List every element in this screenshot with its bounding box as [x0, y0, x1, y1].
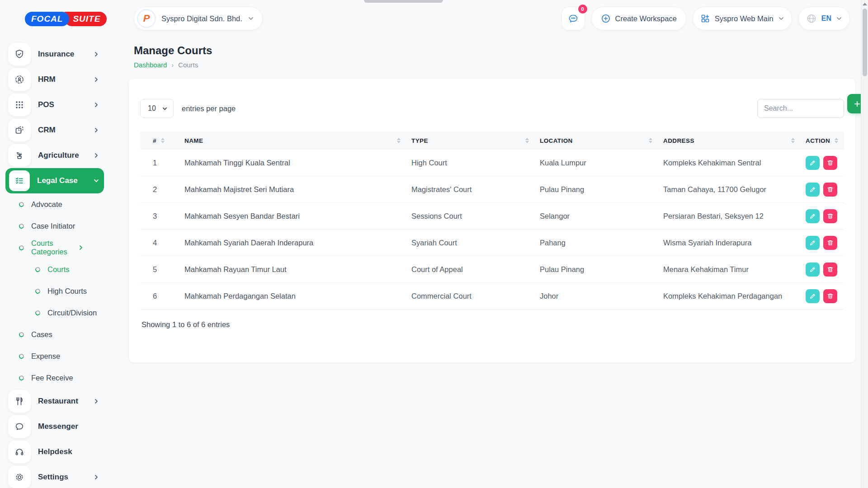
globe-icon — [806, 13, 817, 24]
edit-button[interactable] — [806, 183, 820, 197]
workspace-selector[interactable]: P Syspro Digital Sdn. Bhd. — [134, 7, 263, 30]
grid-plus-icon — [700, 14, 710, 23]
pencil-icon — [809, 293, 816, 300]
cell-location: Johor — [540, 292, 663, 300]
column-header-location[interactable]: LOCATION — [540, 137, 663, 144]
sprout-icon — [8, 144, 31, 167]
column-header-action[interactable]: ACTION — [806, 137, 839, 144]
cell-address: Persiaran Bestari, Seksyen 12 — [663, 212, 806, 221]
sidebar-item-label: Restaurant — [38, 397, 93, 406]
sidebar-item-label: Messenger — [38, 422, 104, 431]
edit-button[interactable] — [806, 156, 820, 170]
delete-button[interactable] — [823, 289, 837, 303]
workspace-name: Syspro Digital Sdn. Bhd. — [161, 14, 242, 23]
delete-button[interactable] — [823, 209, 837, 223]
grid-dots-icon — [8, 94, 31, 116]
sidebar: FOCAL SUITE Insurance HRM POS — [0, 0, 109, 488]
sidebar-item-high-courts[interactable]: High Courts — [5, 280, 104, 302]
pencil-icon — [809, 266, 816, 273]
sidebar-item-hrm[interactable]: HRM — [5, 67, 104, 92]
scrollbar-up-arrow[interactable] — [863, 3, 867, 5]
sidebar-item-label: Legal Case — [37, 176, 93, 185]
cell-type: Court of Appeal — [411, 265, 540, 274]
bullet-icon — [18, 331, 24, 338]
edit-button[interactable] — [806, 289, 820, 303]
page-scrollbar[interactable] — [861, 0, 868, 488]
bullet-icon — [18, 244, 24, 251]
cell-type: High Court — [411, 159, 540, 167]
column-header-name[interactable]: NAME — [184, 137, 411, 144]
chevron-right-icon — [93, 102, 99, 108]
chevron-right-icon — [93, 474, 99, 480]
sidebar-item-advocate[interactable]: Advocate — [5, 193, 104, 215]
sidebar-item-cases[interactable]: Cases — [5, 324, 104, 345]
delete-button[interactable] — [823, 183, 837, 197]
search-input[interactable] — [757, 99, 844, 118]
sort-icon — [397, 138, 401, 143]
sidebar-item-label: POS — [38, 100, 93, 109]
sidebar-item-crm[interactable]: CRM — [5, 117, 104, 143]
sidebar-item-restaurant[interactable]: Restaurant — [5, 389, 104, 414]
sidebar-item-label: Settings — [38, 473, 93, 482]
page-title: Manage Courts — [134, 44, 868, 57]
column-header-num[interactable]: # — [153, 137, 184, 144]
delete-button[interactable] — [823, 263, 837, 277]
delete-button[interactable] — [823, 236, 837, 250]
app-selector-label: Syspro Web Main — [715, 14, 774, 23]
column-header-address[interactable]: ADDRESS — [663, 137, 806, 144]
breadcrumb-current: Courts — [178, 61, 198, 69]
sort-icon — [835, 138, 838, 143]
sidebar-item-circuit-division[interactable]: Circuit/Division — [5, 302, 104, 324]
edit-button[interactable] — [806, 209, 820, 223]
sidebar-item-label: CRM — [38, 126, 93, 135]
entries-per-page-select[interactable]: 10 — [140, 99, 174, 118]
sidebar-item-insurance[interactable]: Insurance — [5, 42, 104, 67]
create-workspace-button[interactable]: Create Workspace — [591, 7, 686, 30]
sidebar-item-courts-categories[interactable]: Courts Categories — [5, 237, 104, 258]
sidebar-item-settings[interactable]: Settings — [5, 465, 104, 488]
chevron-down-icon — [836, 15, 842, 22]
chevron-right-icon — [93, 152, 99, 159]
sidebar-item-pos[interactable]: POS — [5, 92, 104, 117]
cell-name: Mahkamah Tinggi Kuala Sentral — [184, 159, 411, 167]
messages-button[interactable]: 0 — [561, 7, 585, 30]
bullet-icon — [18, 375, 24, 381]
bullet-icon — [34, 288, 41, 294]
chevron-right-icon — [93, 127, 99, 133]
table-row: 4 Mahkamah Syariah Daerah Inderapura Sya… — [140, 230, 844, 256]
app-selector[interactable]: Syspro Web Main — [693, 7, 792, 30]
sidebar-item-expense[interactable]: Expense — [5, 345, 104, 367]
headset-icon — [8, 441, 31, 463]
edit-button[interactable] — [806, 236, 820, 250]
sidebar-item-label: Cases — [31, 330, 104, 339]
column-header-type[interactable]: TYPE — [411, 137, 540, 144]
table-row: 3 Mahkamah Sesyen Bandar Bestari Session… — [140, 203, 844, 230]
cell-location: Pulau Pinang — [540, 185, 663, 194]
row-actions — [806, 183, 839, 197]
delete-button[interactable] — [823, 156, 837, 170]
sidebar-item-agriculture[interactable]: Agriculture — [5, 143, 104, 168]
brand-logo[interactable]: FOCAL SUITE — [25, 12, 109, 26]
trash-icon — [827, 266, 834, 273]
sidebar-item-messenger[interactable]: Messenger — [5, 414, 104, 439]
sidebar-item-courts[interactable]: Courts — [5, 258, 104, 280]
sidebar-item-legal-case[interactable]: Legal Case — [5, 168, 104, 193]
plus-circle-icon — [601, 14, 611, 23]
table-header-row: # NAME TYPE LOCATION ADDRESS ACTION — [140, 131, 844, 150]
sidebar-item-label: Courts Categories — [31, 239, 78, 256]
sidebar-item-fee-receive[interactable]: Fee Receive — [5, 367, 104, 389]
table-row: 2 Mahkamah Majistret Seri Mutiara Magist… — [140, 176, 844, 203]
row-actions — [806, 209, 839, 223]
sidebar-item-label: Expense — [31, 352, 104, 361]
sidebar-item-case-initiator[interactable]: Case Initiator — [5, 215, 104, 237]
cell-address: Wisma Syariah Inderapura — [663, 239, 806, 247]
edit-button[interactable] — [806, 263, 820, 277]
chat-bubble-icon — [8, 415, 31, 438]
sidebar-item-helpdesk[interactable]: Helpdesk — [5, 439, 104, 465]
trash-icon — [827, 239, 834, 246]
breadcrumb-dashboard-link[interactable]: Dashboard — [134, 61, 167, 69]
entries-per-page-label: entries per page — [182, 104, 236, 113]
language-selector[interactable]: EN — [798, 7, 850, 30]
cell-num: 1 — [153, 159, 184, 167]
scrollbar-thumb[interactable] — [863, 9, 867, 76]
